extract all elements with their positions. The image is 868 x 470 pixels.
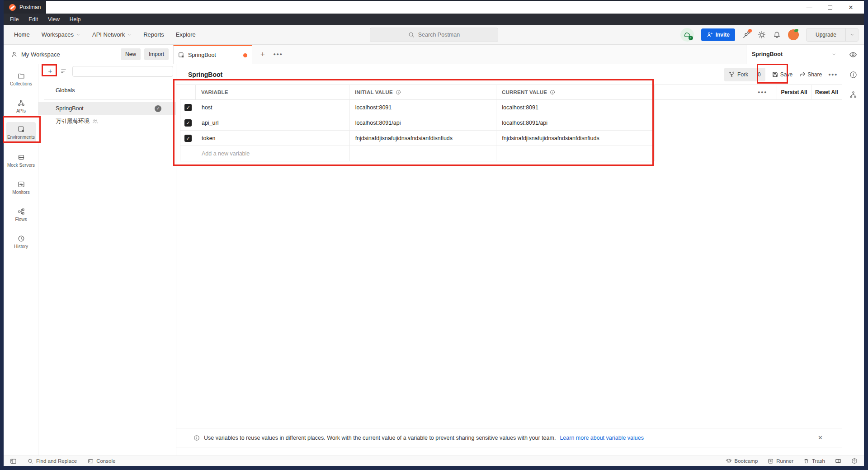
row-checkbox[interactable]: ✓ [184, 119, 192, 127]
environment-selector[interactable]: SpringBoot [746, 45, 842, 64]
sidebar-item-history[interactable]: History [6, 231, 36, 252]
left-sidebar: Collections APIs Environments Mock Serve… [4, 64, 38, 456]
initial-value-input[interactable] [350, 146, 497, 161]
variable-name-cell[interactable]: api_url [196, 115, 350, 130]
new-button[interactable]: New [121, 48, 141, 60]
nav-reports[interactable]: Reports [139, 28, 168, 41]
close-button[interactable]: ✕ [844, 2, 858, 12]
tab-bar: SpringBoot + ●●● SpringBoot [173, 45, 864, 64]
initial-value-cell[interactable]: localhost:8091 [350, 100, 497, 115]
sub-header: My Workspace New Import SpringBoot + ●●●… [4, 45, 864, 64]
row-checkbox[interactable]: ✓ [184, 104, 192, 111]
current-value-cell[interactable]: localhost:8091/api [496, 115, 655, 130]
changelog-branch-icon[interactable] [849, 91, 857, 99]
more-options-button[interactable]: ●●● [828, 72, 838, 77]
find-replace-button[interactable]: Find and Replace [28, 458, 77, 464]
persist-all-button[interactable]: Persist All [777, 85, 811, 99]
sidebar-item-collections[interactable]: Collections [6, 69, 36, 89]
postman-window: Postman — ✕ File Edit View Help Home Wor… [4, 0, 864, 466]
environment-item-shared[interactable]: 万引黑莓环境 [38, 115, 176, 127]
unsaved-dot [243, 53, 247, 57]
search-input[interactable]: Search Postman [370, 28, 498, 42]
table-more-options-button[interactable]: ●●● [758, 90, 767, 94]
upgrade-button[interactable]: Upgrade [806, 28, 859, 42]
invite-button[interactable]: Invite [701, 28, 735, 41]
maximize-button[interactable] [823, 2, 837, 12]
sidebar-item-environments[interactable]: Environments [6, 122, 36, 143]
new-tab-button[interactable]: + [255, 45, 270, 64]
menu-edit[interactable]: Edit [28, 16, 38, 23]
nav-explore[interactable]: Explore [172, 28, 200, 41]
search-icon [28, 458, 33, 464]
tab-options-button[interactable]: ●●● [270, 45, 286, 64]
settings-gear-icon[interactable] [758, 31, 766, 39]
shared-people-icon [92, 118, 98, 124]
chevron-down-icon [76, 33, 80, 37]
documentation-info-icon[interactable] [849, 71, 857, 79]
current-value-input[interactable] [496, 146, 655, 161]
share-button[interactable]: Share [799, 71, 822, 78]
import-button[interactable]: Import [144, 48, 169, 60]
console-button[interactable]: Console [88, 458, 115, 464]
two-pane-icon[interactable] [835, 458, 841, 464]
mock-servers-icon [18, 154, 25, 161]
add-environment-button[interactable]: + [44, 66, 56, 77]
monitors-icon [18, 181, 25, 188]
sidebar-item-monitors[interactable]: Monitors [6, 177, 36, 198]
save-button[interactable]: Save [772, 71, 793, 78]
environment-filter-input[interactable] [72, 66, 173, 77]
environments-icon [18, 126, 25, 133]
active-environment-check-icon: ✓ [155, 105, 161, 112]
info-icon [396, 89, 401, 95]
current-value-cell[interactable]: localhost:8091 [496, 100, 655, 115]
workspace-title[interactable]: My Workspace [21, 51, 60, 58]
nav-api-network[interactable]: API Network [88, 28, 136, 41]
trash-button[interactable]: Trash [803, 458, 825, 464]
notifications-bell-icon[interactable] [773, 31, 781, 39]
bootcamp-button[interactable]: Bootcamp [726, 458, 758, 464]
preview-eye-icon[interactable] [849, 51, 857, 59]
fork-count: 0 [753, 71, 765, 78]
collections-icon [18, 72, 25, 80]
avatar[interactable] [788, 29, 799, 40]
initial-value-cell[interactable]: localhost:8091/api [350, 115, 497, 130]
row-checkbox[interactable]: ✓ [184, 135, 192, 142]
menu-view[interactable]: View [48, 16, 60, 23]
environment-item-springboot[interactable]: SpringBoot ✓ [38, 102, 176, 115]
releases-icon[interactable] [742, 31, 750, 39]
minimize-button[interactable]: — [802, 2, 816, 12]
info-icon [193, 435, 200, 441]
add-variable-row: Add a new variable [180, 146, 655, 161]
filter-icon[interactable] [60, 68, 67, 75]
banner-close-icon[interactable]: ✕ [818, 434, 823, 441]
search-icon [408, 32, 415, 38]
tab-springboot[interactable]: SpringBoot [173, 45, 252, 64]
menu-help[interactable]: Help [70, 16, 81, 23]
variables-info-banner: Use variables to reuse values in differe… [176, 428, 842, 447]
trash-icon [803, 458, 809, 464]
add-variable-input[interactable]: Add a new variable [196, 146, 350, 161]
menu-file[interactable]: File [10, 16, 19, 23]
nav-workspaces[interactable]: Workspaces [38, 28, 85, 41]
globals-item[interactable]: Globals [38, 83, 176, 98]
person-icon [11, 51, 18, 58]
sidebar-item-flows[interactable]: Flows [6, 204, 36, 225]
environment-title: SpringBoot [188, 71, 222, 78]
right-sidebar [842, 45, 864, 456]
sidebar-item-mock-servers[interactable]: Mock Servers [6, 150, 36, 171]
fork-button[interactable]: Fork 0 [724, 68, 765, 81]
reset-all-button[interactable]: Reset All [811, 85, 842, 99]
initial-value-cell[interactable]: fnjdsinafdjisnafujidnsafndsianfdisnfiuds [350, 131, 497, 146]
runner-button[interactable]: Runner [768, 458, 793, 464]
learn-more-link[interactable]: Learn more about variable values [560, 435, 644, 441]
sync-status-icon[interactable]: ✓ [680, 28, 694, 42]
current-value-cell[interactable]: fnjdsinafdjisnafujidnsafndsianfdisnfiuds [496, 131, 655, 146]
help-icon[interactable] [851, 458, 858, 464]
sidebar-toggle-icon[interactable] [10, 458, 17, 465]
variable-name-cell[interactable]: host [196, 100, 350, 115]
nav-home[interactable]: Home [10, 28, 34, 41]
chevron-down-icon [831, 52, 836, 57]
variable-name-cell[interactable]: token [196, 131, 350, 146]
sidebar-item-apis[interactable]: APIs [6, 96, 36, 117]
upgrade-dropdown[interactable] [845, 28, 858, 41]
